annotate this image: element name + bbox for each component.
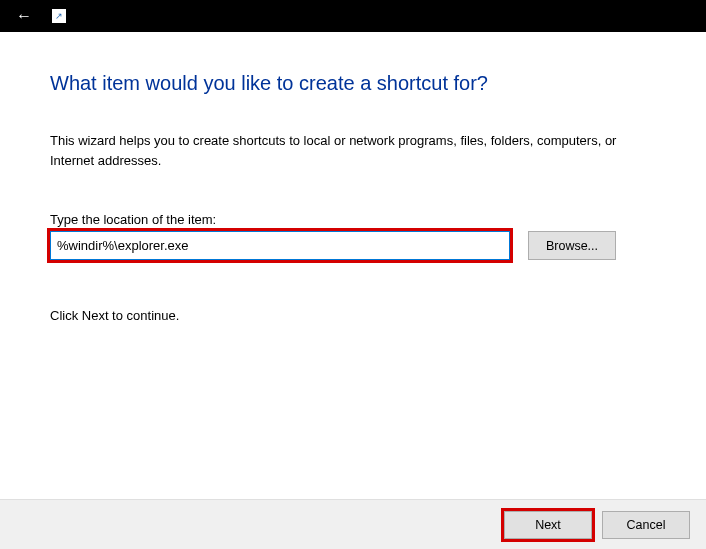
location-input[interactable]: [50, 231, 510, 260]
back-arrow-icon[interactable]: ←: [10, 7, 38, 25]
location-label: Type the location of the item:: [50, 212, 656, 227]
continue-instruction: Click Next to continue.: [50, 308, 656, 323]
location-row: Browse...: [50, 231, 656, 260]
cancel-button[interactable]: Cancel: [602, 511, 690, 539]
browse-button[interactable]: Browse...: [528, 231, 616, 260]
next-button[interactable]: Next: [504, 511, 592, 539]
titlebar: ← ↗: [0, 0, 706, 32]
wizard-footer: Next Cancel: [0, 499, 706, 549]
wizard-content: What item would you like to create a sho…: [0, 32, 706, 323]
shortcut-wizard-icon: ↗: [52, 9, 66, 23]
wizard-heading: What item would you like to create a sho…: [50, 72, 656, 95]
wizard-description: This wizard helps you to create shortcut…: [50, 131, 656, 170]
